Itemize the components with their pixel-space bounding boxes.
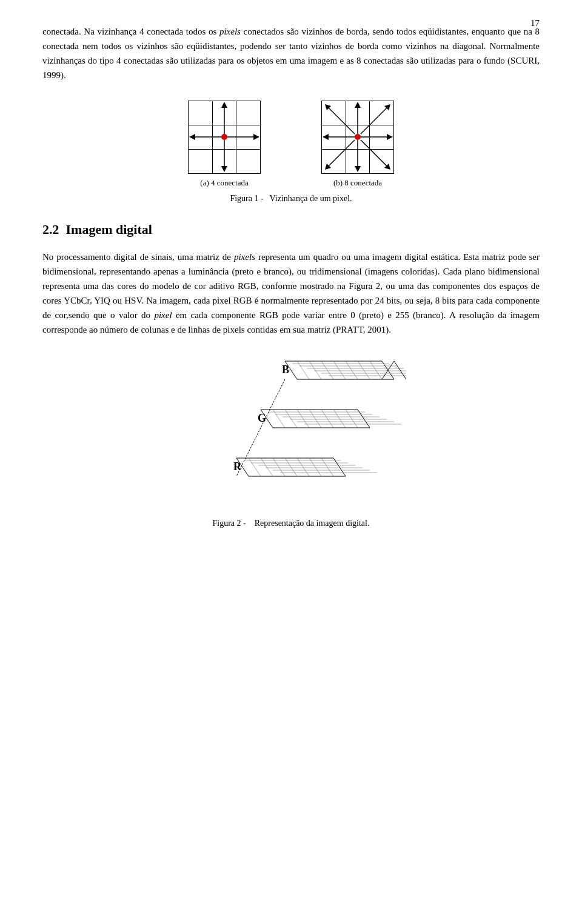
center-dot-4 (221, 134, 227, 140)
figure-2-container: B G (42, 355, 540, 513)
figure-2-caption: Figura 2 - Representação da imagem digit… (42, 519, 540, 528)
svg-text:G: G (258, 412, 266, 424)
section-heading: 2.2 Imagem digital (42, 222, 540, 238)
paragraph-1: conectada. Na vizinhança 4 conectada tod… (42, 24, 540, 82)
page-number: 17 (530, 18, 540, 28)
svg-text:R: R (233, 460, 242, 473)
figure-2-caption-prefix: Figura 2 - (213, 519, 246, 528)
grid-4-connected (188, 101, 261, 173)
svg-line-72 (394, 361, 406, 379)
figure-1-caption: Figura 1 - Vizinhança de um pixel. (42, 194, 540, 204)
figures-row: (a) 4 conectada (42, 101, 540, 188)
center-dot-8 (355, 134, 361, 140)
figure-4-connected: (a) 4 conectada (188, 101, 261, 188)
figure-1-caption-text: Vizinhança de um pixel. (270, 194, 352, 204)
sub-caption-8: (b) 8 conectada (333, 178, 382, 188)
paragraph-2: No processamento digital de sinais, uma … (42, 250, 540, 337)
grid-8-connected (321, 101, 394, 173)
figure-8-connected: (b) 8 conectada (321, 101, 394, 188)
sub-caption-4: (a) 4 conectada (200, 178, 248, 188)
rgb-figure-svg: B G (176, 355, 406, 513)
figure-1-caption-prefix: Figura 1 - (230, 194, 263, 204)
figure-2-caption-text: Representação da imagem digital. (255, 519, 370, 528)
svg-text:B: B (282, 364, 289, 376)
